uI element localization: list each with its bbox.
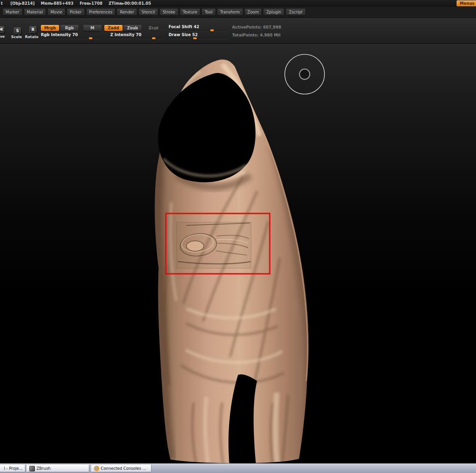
zcut-button[interactable]: Zcut [144,25,163,31]
m-button[interactable]: M [83,25,102,31]
menu-preferences[interactable]: Preferences [86,9,115,15]
menu-bar: Marker Material Movie Picker Preferences… [0,7,476,17]
top-toolbar: M ve S Scale R Rotate Mrgb Rgb M Zadd Zs… [0,17,476,44]
zsub-button[interactable]: Zsub [123,25,142,31]
move-tool-icon[interactable]: M [0,26,4,33]
scale-tool-label: Scale [11,35,22,39]
menu-marker[interactable]: Marker [3,9,22,15]
obj-counter: [Obj▸8214] [10,0,35,7]
menu-zscript[interactable]: Zscript [286,9,305,15]
menus-button[interactable]: Menus [457,0,476,6]
rotate-tool-icon[interactable]: R [29,26,36,33]
rotate-tool-label: Rotate [25,35,38,39]
zadd-button[interactable]: Zadd [104,25,123,31]
menu-texture[interactable]: Texture [180,9,200,15]
rgb-intensity-label: Rgb Intensity 70 [41,33,78,37]
draw-size-handle[interactable] [193,37,197,39]
document-canvas[interactable] [0,44,476,463]
focal-shift-handle[interactable] [210,29,214,31]
z-intensity-value: 70 [136,33,141,37]
draw-size-track[interactable] [169,38,227,39]
title-prefix: t [1,0,3,7]
z-intensity-track[interactable] [110,38,165,39]
taskbar-button-firefox[interactable]: Connected Consoles ... [91,465,152,472]
sculpt-canvas[interactable] [0,44,476,463]
menu-render[interactable]: Render [117,9,137,15]
taskbar-button-zbrush[interactable]: ZBrush [27,465,89,472]
taskbar-button-project[interactable]: l - Proje... [0,465,25,472]
menu-movie[interactable]: Movie [48,9,65,15]
ztime-counter: ZTime▸00:00:01.05 [109,0,151,7]
draw-size-value: 52 [192,33,198,37]
draw-size-label: Draw Size 52 [169,33,198,37]
free-counter: Free▸1708 [80,0,103,7]
focal-shift-value: 42 [194,25,199,29]
mem-counter: Mem▸885+493 [41,0,73,7]
menu-tool[interactable]: Tool [202,9,215,15]
total-points-stat: TotalPoints: 4.980 Mil [232,33,280,37]
menu-picker[interactable]: Picker [67,9,84,15]
menu-transform[interactable]: Transform [217,9,243,15]
z-intensity-handle[interactable] [152,37,155,39]
rgb-intensity-handle[interactable] [89,37,92,39]
os-taskbar: l - Proje... ZBrush Connected Consoles .… [0,463,476,473]
mrgb-button[interactable]: Mrgb [41,25,59,31]
scale-tool-icon[interactable]: S [14,27,21,34]
alpha-stamp-detail [177,222,251,268]
cloth-model[interactable] [155,60,309,463]
menu-stencil[interactable]: Stencil [139,9,158,15]
brush-cursor [285,54,324,94]
rgb-intensity-value: 70 [72,33,78,37]
rgb-button[interactable]: Rgb [60,25,79,31]
zbrush-icon [29,466,35,471]
active-points-stat: ActivePoints: 607,998 [232,25,281,29]
focal-shift-track[interactable] [169,30,227,31]
zbrush-window: t [Obj▸8214] Mem▸885+493 Free▸1708 ZTime… [0,0,476,473]
z-intensity-label: Z Intensity 70 [110,33,141,37]
menu-zoom[interactable]: Zoom [245,9,262,15]
menu-material[interactable]: Material [24,9,46,15]
menu-stroke[interactable]: Stroke [160,9,178,15]
firefox-icon [94,466,99,471]
move-tool-label: ve [0,35,5,38]
focal-shift-label: Focal Shift 42 [169,25,199,29]
title-bar: t [Obj▸8214] Mem▸885+493 Free▸1708 ZTime… [0,0,476,7]
menu-zplugin[interactable]: Zplugin [263,9,284,15]
